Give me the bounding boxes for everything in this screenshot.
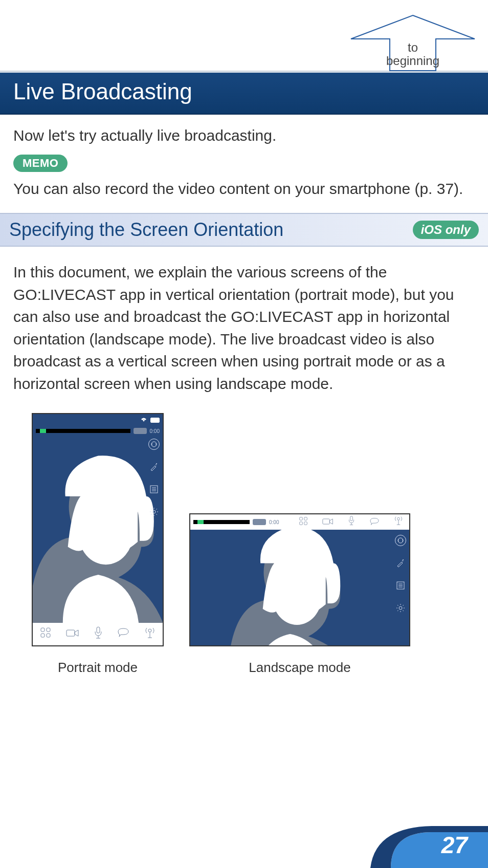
- chat-icon[interactable]: [117, 627, 129, 641]
- audio-meter: [36, 429, 130, 433]
- audio-meter: [193, 520, 250, 524]
- gear-icon[interactable]: [395, 602, 406, 614]
- side-toolbar: [395, 535, 406, 614]
- svg-rect-8: [41, 634, 45, 637]
- svg-point-5: [152, 510, 156, 513]
- subsection-header: Specifying the Screen Orientation iOS on…: [0, 213, 488, 247]
- top-toolbar: 0:00: [190, 514, 409, 530]
- switch-camera-icon[interactable]: [148, 439, 160, 450]
- intro-text: Now let's try actually live broadcasting…: [13, 127, 475, 144]
- camera-icon[interactable]: [66, 627, 79, 641]
- svg-point-25: [399, 606, 402, 610]
- section-title: Live Broadcasting: [13, 79, 475, 104]
- portrait-mock: 0:00: [32, 413, 164, 646]
- effects-icon[interactable]: [148, 461, 160, 472]
- svg-rect-13: [300, 517, 303, 520]
- svg-point-20: [272, 566, 322, 625]
- svg-point-12: [148, 629, 151, 632]
- svg-rect-11: [97, 627, 100, 633]
- section-title-bar: Live Broadcasting: [0, 71, 488, 115]
- landscape-mock: 0:00: [189, 513, 410, 646]
- live-badge: [253, 519, 266, 525]
- chat-icon[interactable]: [369, 515, 380, 529]
- effects-icon[interactable]: [395, 557, 406, 569]
- svg-rect-15: [300, 522, 303, 525]
- gear-icon[interactable]: [148, 506, 160, 517]
- microphone-icon[interactable]: [94, 626, 103, 642]
- scenes-icon[interactable]: [299, 515, 308, 529]
- svg-point-19: [397, 517, 400, 520]
- wifi-icon: [140, 417, 147, 424]
- svg-rect-18: [350, 516, 353, 520]
- status-bar: [33, 414, 163, 426]
- avatar-illustration: [190, 530, 409, 645]
- page-number-corner: 27: [370, 812, 488, 868]
- to-beginning-label: to beginning: [350, 41, 476, 68]
- broadcast-icon[interactable]: [394, 515, 403, 529]
- to-beginning-link[interactable]: to beginning: [350, 14, 476, 72]
- portrait-caption: Portrait mode: [58, 660, 138, 676]
- svg-rect-9: [47, 634, 50, 637]
- battery-icon: [150, 418, 160, 423]
- scenes-icon[interactable]: [40, 627, 51, 641]
- svg-rect-7: [47, 628, 50, 632]
- timer-label: 0:00: [269, 519, 279, 525]
- preview-canvas: [33, 436, 163, 623]
- svg-rect-16: [304, 522, 307, 525]
- switch-camera-icon[interactable]: [395, 535, 406, 546]
- live-badge: [134, 428, 147, 434]
- broadcast-icon[interactable]: [144, 626, 156, 642]
- side-toolbar: [148, 439, 160, 517]
- svg-rect-17: [323, 519, 330, 524]
- landscape-caption: Landscape mode: [249, 660, 350, 676]
- svg-point-0: [78, 499, 134, 565]
- camera-icon[interactable]: [322, 515, 334, 529]
- ios-only-badge: iOS only: [413, 221, 479, 239]
- list-icon[interactable]: [395, 580, 406, 591]
- microphone-icon[interactable]: [348, 515, 355, 529]
- page-number: 27: [441, 831, 468, 859]
- meter-row: 0:00: [33, 426, 163, 436]
- bottom-toolbar: [33, 623, 163, 645]
- list-icon[interactable]: [148, 484, 160, 495]
- svg-rect-14: [304, 517, 307, 520]
- ios-only-label: iOS only: [421, 223, 471, 237]
- landscape-column: 0:00: [189, 513, 410, 676]
- memo-badge: MEMO: [13, 155, 68, 172]
- preview-canvas: [190, 530, 409, 645]
- screenshot-row: 0:00: [13, 413, 475, 676]
- avatar-illustration: [33, 436, 163, 623]
- subsection-title: Specifying the Screen Orientation: [9, 219, 283, 241]
- svg-rect-10: [66, 630, 75, 636]
- svg-rect-6: [41, 628, 45, 632]
- memo-text: You can also record the video content on…: [13, 180, 475, 198]
- timer-label: 0:00: [150, 428, 160, 434]
- portrait-column: 0:00: [32, 413, 164, 676]
- body-paragraph: In this document, we explain the various…: [13, 261, 475, 395]
